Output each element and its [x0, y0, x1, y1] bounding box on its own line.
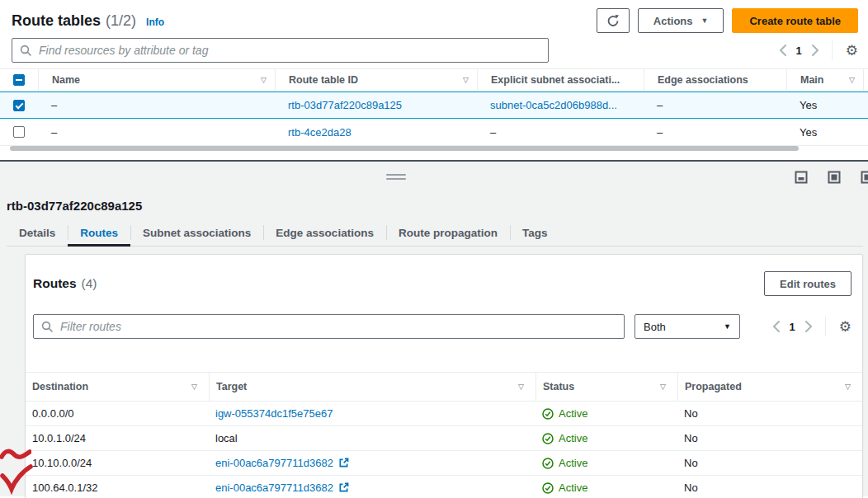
cell-target: local: [209, 432, 535, 444]
detail-panel-title: rtb-03d77af220c89a125: [7, 199, 863, 213]
routes-header-row: Destination ▽ Target ▽ Status ▽ Propagat…: [26, 372, 862, 402]
sort-icon[interactable]: ▽: [660, 383, 666, 391]
route-row[interactable]: 10.10.0.0/24 eni-00ac6a797711d3682 Activ…: [26, 451, 862, 476]
status-ok-icon: [542, 482, 554, 494]
status-text: Active: [559, 432, 587, 444]
caret-down-icon: ▼: [701, 16, 709, 25]
selection-count: (1/2): [106, 12, 136, 30]
tab-tags[interactable]: Tags: [510, 219, 560, 246]
cell-main: Yes: [786, 99, 863, 111]
split-panel-position-bottom-icon[interactable]: [795, 171, 808, 186]
cell-edge-associations: –: [644, 126, 786, 139]
row-checkbox[interactable]: [13, 126, 25, 138]
actions-button[interactable]: Actions ▼: [638, 8, 724, 33]
horizontal-scrollbar: [0, 146, 868, 151]
route-type-select[interactable]: Both ▼: [634, 314, 740, 339]
gear-icon[interactable]: ⚙: [846, 44, 858, 58]
chevron-right-icon[interactable]: [805, 321, 812, 332]
route-table-id-link[interactable]: rtb-03d77af220c89a125: [288, 99, 402, 111]
column-header-destination[interactable]: Destination ▽: [26, 373, 209, 401]
cell-name: –: [38, 99, 275, 111]
target-link[interactable]: eni-00ac6a797711d3682: [215, 457, 333, 469]
sort-icon[interactable]: ▽: [849, 76, 855, 84]
tab-details[interactable]: Details: [7, 219, 68, 246]
routes-card: Routes (4) Edit routes Both ▼: [25, 254, 863, 498]
table-row[interactable]: – rtb-03d77af220c89a125 subnet-0ca5c2d06…: [0, 92, 868, 119]
column-header-edge-associations[interactable]: Edge associations: [644, 69, 786, 91]
search-input[interactable]: [37, 43, 540, 58]
gear-icon[interactable]: ⚙: [839, 320, 851, 334]
routes-pagination: 1 ⚙: [773, 317, 851, 336]
table-header-row: Name ▽ Route table ID ▽ Explicit subnet …: [0, 68, 868, 92]
tab-edge-associations[interactable]: Edge associations: [263, 219, 386, 246]
create-route-table-button[interactable]: Create route table: [732, 8, 858, 33]
detail-panel: rtb-03d77af220c89a125 Details Routes Sub…: [0, 192, 868, 496]
column-header-propagated[interactable]: Propagated ▽: [677, 373, 862, 401]
cell-propagated: No: [677, 432, 862, 444]
cell-propagated: No: [677, 407, 862, 420]
routes-title: Routes: [33, 276, 77, 291]
column-header-route-table-id[interactable]: Route table ID ▽: [275, 69, 477, 91]
sort-icon[interactable]: ▽: [518, 383, 524, 391]
tab-route-propagation[interactable]: Route propagation: [386, 219, 510, 246]
route-tables-table: Name ▽ Route table ID ▽ Explicit subnet …: [0, 68, 868, 151]
list-toolbar: 1 ⚙: [0, 33, 868, 63]
divider: [832, 40, 833, 60]
external-link-icon[interactable]: [338, 458, 349, 468]
split-panel-position-side-icon[interactable]: [828, 171, 841, 186]
cell-destination: 0.0.0.0/0: [26, 407, 209, 420]
route-row[interactable]: 100.64.0.1/32 eni-00ac6a797711d3682 Acti…: [26, 476, 862, 498]
sort-icon[interactable]: ▽: [191, 383, 197, 391]
cell-propagated: No: [677, 482, 862, 494]
route-tables-console: Route tables (1/2) Info Actions ▼ Create…: [0, 0, 868, 498]
page-number[interactable]: 1: [790, 321, 795, 333]
external-link-icon[interactable]: [338, 482, 349, 493]
info-link[interactable]: Info: [146, 16, 164, 28]
route-row[interactable]: 0.0.0.0/0 igw-055374dc1f5e75e67 Active N…: [26, 402, 862, 426]
target-link[interactable]: eni-00ac6a797711d3682: [215, 482, 333, 494]
cell-propagated: No: [677, 457, 862, 469]
cell-destination: 10.10.0.0/24: [26, 457, 209, 469]
target-link[interactable]: igw-055374dc1f5e75e67: [215, 407, 333, 420]
cell-main: Yes: [786, 126, 863, 139]
select-all-checkbox[interactable]: [13, 74, 25, 86]
filter-box: [33, 314, 625, 339]
sort-icon[interactable]: ▽: [261, 76, 267, 84]
status-ok-icon: [542, 458, 554, 469]
route-row[interactable]: 10.0.1.0/24 local Active No: [26, 426, 862, 451]
scrollbar-thumb[interactable]: [10, 146, 799, 151]
split-panel-drag-handle[interactable]: [386, 174, 406, 182]
list-pagination: 1 ⚙: [780, 40, 858, 60]
column-header-name[interactable]: Name ▽: [38, 69, 275, 91]
column-header-explicit-subnet[interactable]: Explicit subnet associati...: [477, 69, 644, 91]
sort-icon[interactable]: ▽: [463, 76, 469, 84]
refresh-icon: [606, 14, 620, 27]
chevron-left-icon[interactable]: [773, 321, 780, 332]
chevron-left-icon[interactable]: [780, 45, 786, 56]
route-table-id-link[interactable]: rtb-4ce2da28: [288, 126, 351, 139]
split-panel-preferences-icon[interactable]: [861, 171, 868, 186]
filter-routes-input[interactable]: [59, 319, 616, 334]
cell-explicit-subnet: –: [477, 126, 644, 139]
refresh-button[interactable]: [597, 8, 630, 33]
column-header-status[interactable]: Status ▽: [535, 373, 677, 401]
chevron-right-icon[interactable]: [812, 45, 818, 56]
status-text: Active: [559, 457, 587, 469]
column-header-target[interactable]: Target ▽: [209, 373, 535, 401]
row-checkbox[interactable]: [13, 100, 25, 111]
tab-subnet-associations[interactable]: Subnet associations: [130, 219, 263, 246]
tab-routes[interactable]: Routes: [68, 219, 130, 246]
search-icon: [41, 321, 53, 332]
status-text: Active: [559, 482, 587, 494]
page-title: Route tables: [12, 12, 101, 30]
edit-routes-button[interactable]: Edit routes: [764, 271, 851, 296]
page-number[interactable]: 1: [796, 45, 802, 57]
cell-destination: 10.0.1.0/24: [26, 432, 209, 444]
cell-name: –: [38, 126, 275, 139]
sort-icon[interactable]: ▽: [845, 383, 851, 391]
list-header: Route tables (1/2) Info Actions ▼ Create…: [0, 0, 868, 33]
split-panel-header: [0, 160, 868, 192]
subnet-association-link[interactable]: subnet-0ca5c2d06b988d...: [490, 99, 617, 111]
column-header-main[interactable]: Main ▽: [786, 69, 863, 91]
table-row[interactable]: – rtb-4ce2da28 – – Yes: [0, 119, 868, 146]
